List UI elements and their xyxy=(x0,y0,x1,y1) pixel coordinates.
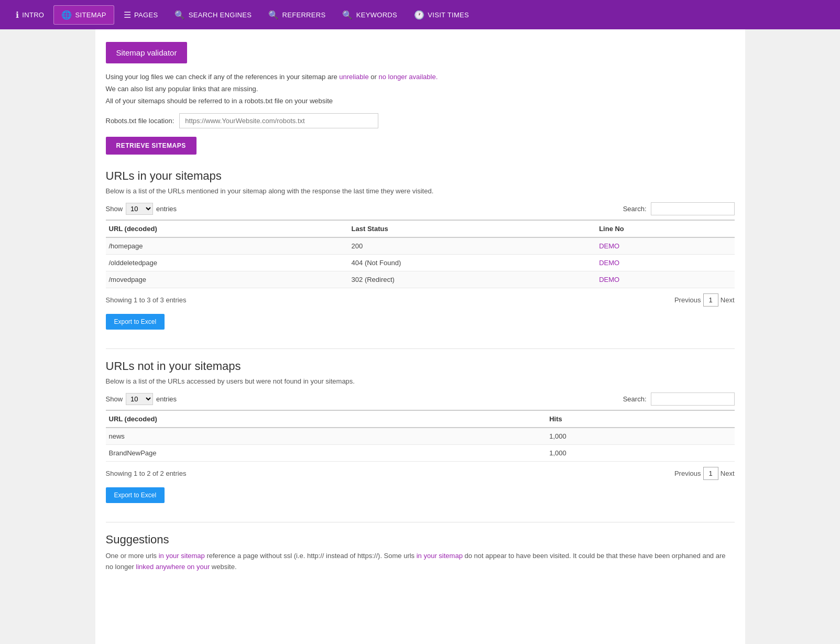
search-input-1[interactable] xyxy=(651,202,735,215)
cell-url: /olddeletedpage xyxy=(106,255,348,271)
urls-in-sitemaps-description: Below is a list of the URLs mentioned in… xyxy=(106,187,735,195)
pagination-row-2: Showing 1 to 2 of 2 entries Previous 1 N… xyxy=(106,467,735,480)
robots-label: Robots.txt file location: xyxy=(106,117,174,125)
table-row: news 1,000 xyxy=(106,428,735,445)
cell-url: /homepage xyxy=(106,237,348,255)
search-box-2: Search: xyxy=(623,392,735,406)
entries-label-1: entries xyxy=(156,205,177,213)
pagination-controls-1: Previous 1 Next xyxy=(674,293,735,307)
pagination-row-1: Showing 1 to 3 of 3 entries Previous 1 N… xyxy=(106,293,735,307)
visit-times-icon: 🕐 xyxy=(414,10,424,20)
table-row: /olddeletedpage 404 (Not Found) DEMO xyxy=(106,255,735,271)
desc1: Using your log files we can check if any… xyxy=(106,73,735,81)
suggestions-text: One or more urls in your sitemap referen… xyxy=(106,551,735,573)
nav-item-search-engines[interactable]: 🔍 SEARCH ENGINES xyxy=(167,6,259,24)
next-label-1[interactable]: Next xyxy=(721,296,735,304)
urls-in-sitemaps-title: URLs in your sitemaps xyxy=(106,169,735,183)
nav-item-sitemap-label: SITEMAP xyxy=(75,11,106,19)
nav-item-sitemap[interactable]: 🌐 SITEMAP xyxy=(53,5,114,25)
page-num-2: 1 xyxy=(703,467,718,480)
pages-icon: ☰ xyxy=(124,10,131,20)
main-container: Sitemap validator Using your log files w… xyxy=(95,29,745,644)
entries-select-2[interactable]: 10 25 50 100 xyxy=(126,393,153,405)
retrieve-sitemaps-button[interactable]: RETRIEVE SITEMAPS xyxy=(106,137,197,155)
urls-in-sitemaps-controls: Show 10 25 50 100 entries Search: xyxy=(106,202,735,215)
nav-item-referrers[interactable]: 🔍 REFERRERS xyxy=(261,6,333,24)
table-row: /homepage 200 DEMO xyxy=(106,237,735,255)
show-entries-1: Show 10 25 50 100 entries xyxy=(106,203,177,215)
sitemap-icon: 🌐 xyxy=(61,10,72,20)
cell-lineno[interactable]: DEMO xyxy=(596,255,734,271)
table-row: /movedpage 302 (Redirect) DEMO xyxy=(106,271,735,288)
nav-item-visit-times[interactable]: 🕐 VISIT TIMES xyxy=(407,6,476,24)
prev-label-2: Previous xyxy=(674,470,701,477)
col-url-decoded-2: URL (decoded) xyxy=(106,410,547,428)
nav-item-search-engines-label: SEARCH ENGINES xyxy=(189,11,252,19)
urls-not-in-sitemaps-table: URL (decoded) Hits news 1,000 BrandNewPa… xyxy=(106,410,735,462)
cell-url: BrandNewPage xyxy=(106,445,547,462)
col-url-decoded-1: URL (decoded) xyxy=(106,220,348,237)
export-excel-button-1[interactable]: Export to Excel xyxy=(106,314,165,330)
topnav: ℹ INTRO 🌐 SITEMAP ☰ PAGES 🔍 SEARCH ENGIN… xyxy=(0,0,840,29)
cell-lineno[interactable]: DEMO xyxy=(596,271,734,288)
entries-label-2: entries xyxy=(156,395,177,403)
showing-2: Showing 1 to 2 of 2 entries xyxy=(106,470,187,477)
cell-hits: 1,000 xyxy=(546,428,734,445)
table-row: BrandNewPage 1,000 xyxy=(106,445,735,462)
next-label-2[interactable]: Next xyxy=(721,470,735,477)
nav-item-keywords[interactable]: 🔍 KEYWORDS xyxy=(335,6,405,24)
page-num-1: 1 xyxy=(703,293,718,307)
search-label-2: Search: xyxy=(623,395,647,403)
robots-field-row: Robots.txt file location: xyxy=(106,113,735,128)
search-engines-icon: 🔍 xyxy=(174,10,185,20)
desc3: All of your sitemaps should be referred … xyxy=(106,97,735,105)
col-last-status: Last Status xyxy=(348,220,596,237)
robots-input[interactable] xyxy=(179,113,378,128)
cell-status: 200 xyxy=(348,237,596,255)
divider-1 xyxy=(106,348,735,349)
divider-2 xyxy=(106,522,735,522)
search-box-1: Search: xyxy=(623,202,735,215)
cell-status: 302 (Redirect) xyxy=(348,271,596,288)
nav-item-visit-times-label: VISIT TIMES xyxy=(428,11,469,19)
cell-hits: 1,000 xyxy=(546,445,734,462)
show-label-2: Show xyxy=(106,395,123,403)
info-icon: ℹ xyxy=(16,10,19,20)
col-hits: Hits xyxy=(546,410,734,428)
nav-item-pages-label: PAGES xyxy=(134,11,158,19)
export-excel-button-2[interactable]: Export to Excel xyxy=(106,487,165,503)
cell-lineno[interactable]: DEMO xyxy=(596,237,734,255)
nav-item-intro-label: INTRO xyxy=(22,11,44,19)
nav-item-pages[interactable]: ☰ PAGES xyxy=(116,6,166,24)
urls-in-sitemaps-table: URL (decoded) Last Status Line No /homep… xyxy=(106,220,735,288)
prev-label-1: Previous xyxy=(674,296,701,304)
show-entries-2: Show 10 25 50 100 entries xyxy=(106,393,177,405)
sitemap-validator-button[interactable]: Sitemap validator xyxy=(106,42,188,63)
cell-url: /movedpage xyxy=(106,271,348,288)
entries-select-1[interactable]: 10 25 50 100 xyxy=(126,203,153,215)
showing-1: Showing 1 to 3 of 3 entries xyxy=(106,296,187,304)
search-label-1: Search: xyxy=(623,205,647,213)
col-line-no: Line No xyxy=(596,220,734,237)
urls-not-in-sitemaps-description: Below is a list of the URLs accessed by … xyxy=(106,377,735,385)
keywords-icon: 🔍 xyxy=(342,10,353,20)
cell-url: news xyxy=(106,428,547,445)
nav-item-referrers-label: REFERRERS xyxy=(282,11,326,19)
cell-status: 404 (Not Found) xyxy=(348,255,596,271)
nav-item-intro[interactable]: ℹ INTRO xyxy=(8,6,51,24)
referrers-icon: 🔍 xyxy=(268,10,279,20)
suggestions-title: Suggestions xyxy=(106,533,735,547)
desc2: We can also list any popular links that … xyxy=(106,85,735,93)
urls-not-in-sitemaps-title: URLs not in your sitemaps xyxy=(106,359,735,373)
search-input-2[interactable] xyxy=(651,392,735,406)
show-label-1: Show xyxy=(106,205,123,213)
nav-item-keywords-label: KEYWORDS xyxy=(356,11,397,19)
pagination-controls-2: Previous 1 Next xyxy=(674,467,735,480)
urls-not-in-sitemaps-controls: Show 10 25 50 100 entries Search: xyxy=(106,392,735,406)
